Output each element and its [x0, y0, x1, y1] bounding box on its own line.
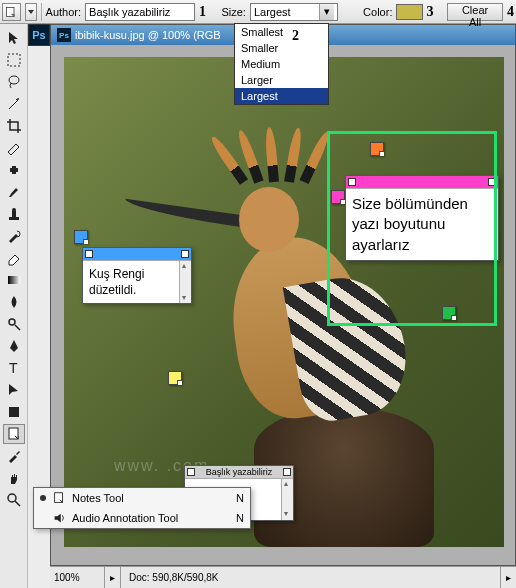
note-pink-body[interactable]: Size bölümünden yazı boyutunu ayarlarız	[346, 188, 498, 260]
size-option-largest[interactable]: Largest	[235, 88, 328, 104]
size-option-medium[interactable]: Medium	[235, 56, 328, 72]
type-tool-icon[interactable]: T	[3, 358, 25, 378]
hand-tool-icon[interactable]	[3, 468, 25, 488]
note-gray-title: Başlık yazabiliriz	[206, 467, 273, 477]
flyout-shortcut: N	[236, 492, 244, 504]
photoshop-logo: Ps	[28, 24, 50, 46]
dodge-tool-icon[interactable]	[3, 314, 25, 334]
author-label: Author:	[46, 6, 81, 18]
eyedropper-tool-icon[interactable]	[3, 446, 25, 466]
marquee-tool-icon[interactable]	[3, 50, 25, 70]
zoom-arrow-icon[interactable]: ▸	[105, 567, 121, 588]
notes-tool-icon[interactable]	[3, 424, 25, 444]
shape-tool-icon[interactable]	[3, 402, 25, 422]
note-close-icon[interactable]	[348, 178, 356, 186]
flyout-shortcut: N	[236, 512, 244, 524]
size-select-value: Largest	[254, 6, 291, 18]
svg-text:T: T	[9, 360, 18, 376]
note-collapse-icon[interactable]	[181, 250, 189, 258]
eraser-tool-icon[interactable]	[3, 248, 25, 268]
tool-dropdown-icon[interactable]	[25, 3, 37, 21]
svg-point-7	[12, 208, 16, 212]
document-title: ibibik-kusu.jpg @ 100% (RGB	[75, 29, 221, 41]
flyout-label: Notes Tool	[72, 492, 124, 504]
flyout-item-notes[interactable]: Notes Tool N	[34, 488, 250, 508]
note-gray-header[interactable]: Başlık yazabiliriz	[185, 466, 293, 478]
heal-tool-icon[interactable]	[3, 160, 25, 180]
note-pink-text: Size bölümünden yazı boyutunu ayarlarız	[352, 195, 468, 253]
brush-tool-icon[interactable]	[3, 182, 25, 202]
notes-tool-flyout[interactable]: Notes Tool N Audio Annotation Tool N	[33, 487, 251, 529]
svg-rect-4	[12, 166, 16, 174]
svg-point-13	[8, 494, 16, 502]
status-menu-icon[interactable]: ▸	[500, 567, 516, 588]
note-pink-header[interactable]	[346, 176, 498, 188]
annotation-options-bar: Author: 1 Size: Largest ▾ Color: 3 Clear…	[0, 0, 516, 24]
note-window-blue[interactable]: Kuş Rengi düzetildi.	[82, 247, 192, 304]
color-swatch[interactable]	[396, 4, 422, 20]
status-bar: 100% ▸ Doc: 590,8K/590,8K ▸	[50, 566, 516, 588]
svg-point-2	[9, 76, 19, 84]
size-option-smallest[interactable]: Smallest	[235, 24, 328, 40]
canvas[interactable]: www. .com Kuş Rengi düzetildi. Size bölü…	[64, 57, 504, 547]
note-marker-pink[interactable]	[331, 190, 345, 204]
size-select[interactable]: Largest ▾	[250, 3, 339, 21]
note-marker-blue[interactable]	[74, 230, 88, 244]
lasso-tool-icon[interactable]	[3, 72, 25, 92]
wand-tool-icon[interactable]	[3, 94, 25, 114]
doc-size-info: Doc: 590,8K/590,8K	[121, 572, 500, 583]
flyout-item-audio[interactable]: Audio Annotation Tool N	[34, 508, 250, 528]
path-select-icon[interactable]	[3, 380, 25, 400]
size-label: Size:	[221, 6, 245, 18]
document-window: Ps ibibik-kusu.jpg @ 100% (RGB www. .com…	[50, 24, 516, 566]
active-indicator-icon	[40, 495, 46, 501]
svg-rect-11	[9, 407, 19, 417]
svg-point-9	[9, 319, 15, 325]
svg-rect-8	[8, 276, 20, 284]
speaker-icon	[52, 511, 66, 525]
note-window-pink[interactable]: Size bölümünden yazı boyutunu ayarlarız	[345, 175, 499, 261]
callout-3: 3	[427, 4, 434, 20]
slice-tool-icon[interactable]	[3, 138, 25, 158]
scrollbar[interactable]	[179, 261, 191, 303]
size-option-larger[interactable]: Larger	[235, 72, 328, 88]
zoom-tool-icon[interactable]	[3, 490, 25, 510]
scrollbar[interactable]	[281, 479, 293, 520]
history-brush-icon[interactable]	[3, 226, 25, 246]
ps-doc-icon: Ps	[57, 28, 71, 42]
author-input[interactable]	[85, 3, 195, 21]
note-collapse-icon[interactable]	[488, 178, 496, 186]
flyout-label: Audio Annotation Tool	[72, 512, 178, 524]
clear-all-button[interactable]: Clear All	[447, 3, 503, 21]
note-close-icon[interactable]	[187, 468, 195, 476]
svg-rect-1	[8, 54, 20, 66]
callout-1: 1	[199, 4, 206, 20]
stamp-tool-icon[interactable]	[3, 204, 25, 224]
size-option-smaller[interactable]: Smaller	[235, 40, 328, 56]
pen-tool-icon[interactable]	[3, 336, 25, 356]
note-marker-orange[interactable]	[370, 142, 384, 156]
callout-2: 2	[292, 28, 299, 44]
toolbox: T	[0, 24, 28, 588]
note-collapse-icon[interactable]	[283, 468, 291, 476]
color-label: Color:	[363, 6, 392, 18]
note-tool-icon[interactable]	[2, 3, 21, 21]
callout-4: 4	[507, 4, 514, 20]
chevron-down-icon: ▾	[319, 4, 334, 20]
note-icon	[52, 491, 66, 505]
note-blue-header[interactable]	[83, 248, 191, 260]
note-marker-green[interactable]	[442, 306, 456, 320]
move-tool-icon[interactable]	[3, 28, 25, 48]
note-close-icon[interactable]	[85, 250, 93, 258]
blur-tool-icon[interactable]	[3, 292, 25, 312]
gradient-tool-icon[interactable]	[3, 270, 25, 290]
zoom-field[interactable]: 100%	[50, 567, 105, 588]
note-blue-text: Kuş Rengi düzetildi.	[89, 267, 144, 297]
note-marker-yellow[interactable]	[168, 371, 182, 385]
note-blue-body[interactable]: Kuş Rengi düzetildi.	[83, 260, 191, 303]
svg-rect-5	[9, 217, 19, 220]
size-dropdown[interactable]: Smallest Smaller Medium Larger Largest	[234, 23, 329, 105]
crop-tool-icon[interactable]	[3, 116, 25, 136]
